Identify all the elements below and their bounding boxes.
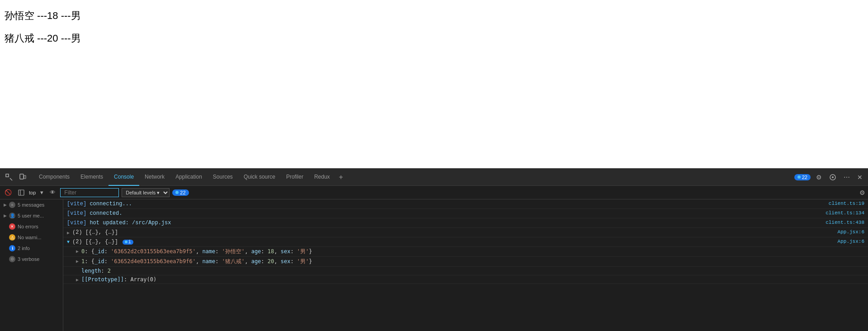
device-toolbar-button[interactable] bbox=[17, 172, 28, 183]
user-arrow: ▶ bbox=[4, 213, 7, 218]
expand-arrow[interactable]: ▶ bbox=[67, 230, 70, 236]
errors-icon: ✕ bbox=[9, 223, 15, 230]
log-entry: [vite] hot updated: /src/App.jsx client.… bbox=[63, 218, 868, 228]
info-icon: ℹ bbox=[9, 245, 15, 251]
sidebar-item-verbose[interactable]: ▶ ⚙ 3 verbose bbox=[0, 254, 63, 265]
log-entry: [vite] connected. client.ts:134 bbox=[63, 209, 868, 218]
log-source[interactable]: client.ts:134 bbox=[826, 210, 864, 216]
close-devtools-button[interactable]: ✕ bbox=[855, 172, 864, 183]
content-line1: 孙悟空 ---18 ---男 bbox=[5, 9, 863, 23]
console-sidebar: ▶ ≡ 5 messages ▶ 👤 5 user me... ▶ ✕ No e… bbox=[0, 199, 63, 331]
log-levels-select[interactable]: Default levels ▾ bbox=[122, 188, 170, 197]
log-source[interactable]: client.ts:19 bbox=[829, 201, 864, 206]
devtools-panel: Components Elements Console Network Appl… bbox=[0, 168, 868, 331]
info-label: 2 info bbox=[18, 246, 30, 251]
tab-network[interactable]: Network bbox=[139, 169, 170, 186]
main-content: 孙悟空 ---18 ---男 猪八戒 ---20 ---男 bbox=[0, 0, 868, 168]
expand-0-arrow[interactable]: ▶ bbox=[76, 249, 79, 254]
eye-button[interactable]: 👁 bbox=[48, 188, 57, 197]
user-label: 5 user me... bbox=[18, 213, 44, 218]
log-text: [vite] connected. bbox=[67, 210, 826, 217]
add-tab-button[interactable]: + bbox=[335, 170, 347, 185]
log-expand-0-text: 0: {_id: '63652d2c03155b63eea7b9f5', nam… bbox=[81, 248, 312, 255]
messages-arrow: ▶ bbox=[4, 203, 7, 207]
warnings-icon: ⚠ bbox=[9, 234, 15, 241]
tab-elements[interactable]: Elements bbox=[75, 169, 108, 186]
log-proto-text: [[Prototype]]: Array(0) bbox=[81, 276, 156, 283]
svg-rect-2 bbox=[20, 174, 24, 179]
log-source[interactable]: App.jsx:6 bbox=[838, 229, 864, 235]
devtools-topbar-icons bbox=[4, 172, 28, 183]
console-badge-dot bbox=[175, 191, 179, 194]
toggle-sidebar-button[interactable] bbox=[16, 189, 26, 197]
console-badge: 22 bbox=[172, 189, 189, 196]
devtools-tabs: Components Elements Console Network Appl… bbox=[33, 169, 794, 186]
devtools-topbar: Components Elements Console Network Appl… bbox=[0, 169, 868, 186]
filter-input[interactable] bbox=[60, 188, 119, 197]
sidebar-item-errors[interactable]: ▶ ✕ No errors bbox=[0, 221, 63, 232]
user-icon: 👤 bbox=[9, 213, 15, 219]
sidebar-item-warnings[interactable]: ▶ ⚠ No warni... bbox=[0, 232, 63, 243]
log-length-text: length: 2 bbox=[76, 268, 111, 274]
console-toolbar-right: ⚙ bbox=[859, 189, 865, 196]
log-text: [vite] hot updated: /src/App.jsx bbox=[67, 220, 826, 226]
inspect-element-button[interactable] bbox=[4, 172, 14, 183]
console-toolbar: 🚫 top ▾ 👁 Default levels ▾ 22 ⚙ bbox=[0, 186, 868, 199]
svg-line-1 bbox=[10, 178, 12, 180]
tab-redux[interactable]: Redux bbox=[309, 169, 335, 186]
verbose-icon: ⚙ bbox=[9, 256, 15, 262]
log-expand-1-text: 1: {_id: '63652d4e03155b63eea7b9f6', nam… bbox=[81, 258, 312, 265]
console-log: [vite] connecting... client.ts:19 [vite]… bbox=[63, 199, 868, 331]
clear-console-button[interactable]: 🚫 bbox=[3, 188, 14, 197]
messages-icon: ≡ bbox=[9, 202, 15, 208]
svg-rect-3 bbox=[24, 175, 26, 179]
badge-dot bbox=[797, 175, 801, 179]
tab-console[interactable]: Console bbox=[108, 169, 139, 186]
error-badge: 22 bbox=[794, 174, 811, 180]
expand-proto-arrow[interactable]: ▶ bbox=[76, 277, 79, 283]
inline-badge: i bbox=[123, 240, 133, 245]
verbose-label: 3 verbose bbox=[18, 256, 39, 262]
log-expand-row-1: ▶ 1: {_id: '63652d4e03155b63eea7b9f6', n… bbox=[63, 257, 868, 267]
content-line2: 猪八戒 ---20 ---男 bbox=[5, 32, 863, 45]
console-body: ▶ ≡ 5 messages ▶ 👤 5 user me... ▶ ✕ No e… bbox=[0, 199, 868, 331]
log-expand-row-0: ▶ 0: {_id: '63652d2c03155b63eea7b9f5', n… bbox=[63, 247, 868, 257]
more-button[interactable]: ⋯ bbox=[842, 172, 852, 183]
collapse-arrow[interactable]: ▼ bbox=[67, 240, 70, 245]
log-source[interactable]: client.ts:438 bbox=[826, 220, 864, 225]
context-dropdown-button[interactable]: ▾ bbox=[38, 188, 45, 197]
settings-button[interactable]: ⚙ bbox=[814, 172, 824, 183]
sidebar-item-info[interactable]: ▶ ℹ 2 info bbox=[0, 243, 63, 254]
log-text: (2) [{…}, {…}] bbox=[72, 229, 118, 236]
top-context-label: top bbox=[29, 190, 36, 195]
log-expand-row-proto: ▶ [[Prototype]]: Array(0) bbox=[63, 275, 868, 284]
tab-components[interactable]: Components bbox=[33, 169, 75, 186]
sidebar-item-user[interactable]: ▶ 👤 5 user me... bbox=[0, 210, 63, 221]
log-text: (2) [{…}, {…}] bbox=[72, 239, 118, 245]
tab-application[interactable]: Application bbox=[170, 169, 208, 186]
log-entry-array-expanded: ▼ (2) [{…}, {…}] i App.jsx:6 bbox=[63, 237, 868, 247]
inline-dot bbox=[125, 241, 127, 243]
log-text: [vite] connecting... bbox=[67, 201, 829, 207]
log-entry-array-collapsed: ▶ (2) [{…}, {…}] App.jsx:6 bbox=[63, 228, 868, 237]
errors-label: No errors bbox=[18, 224, 38, 229]
log-source[interactable]: App.jsx:6 bbox=[838, 239, 864, 244]
warnings-label: No warni... bbox=[18, 235, 42, 240]
log-entry: [vite] connecting... client.ts:19 bbox=[63, 199, 868, 209]
sidebar-item-messages[interactable]: ▶ ≡ 5 messages bbox=[0, 199, 63, 210]
log-expand-row-length: length: 2 bbox=[63, 267, 868, 275]
svg-point-5 bbox=[832, 176, 834, 178]
svg-rect-0 bbox=[6, 174, 9, 177]
console-settings-icon[interactable]: ⚙ bbox=[859, 189, 865, 196]
connect-button[interactable] bbox=[827, 172, 838, 183]
tab-quick-source[interactable]: Quick source bbox=[238, 169, 281, 186]
messages-label: 5 messages bbox=[18, 202, 44, 208]
expand-1-arrow[interactable]: ▶ bbox=[76, 259, 79, 264]
svg-rect-6 bbox=[19, 190, 24, 195]
tab-profiler[interactable]: Profiler bbox=[281, 169, 309, 186]
tab-sources[interactable]: Sources bbox=[208, 169, 238, 186]
devtools-topbar-right: 22 ⚙ ⋯ ✕ bbox=[794, 172, 864, 183]
